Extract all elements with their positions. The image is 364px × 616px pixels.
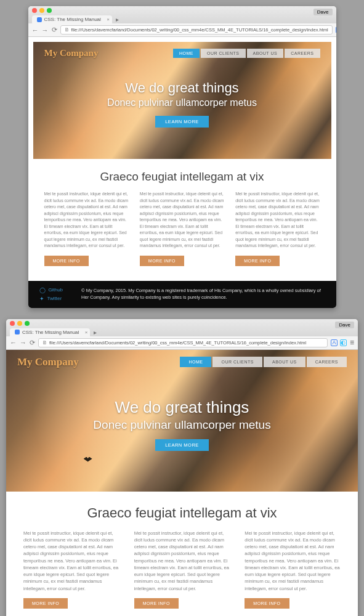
- favicon-icon: [15, 330, 20, 334]
- twitter-label: Twitter: [47, 296, 62, 301]
- back-icon[interactable]: ←: [32, 26, 39, 34]
- social-links: ◯ Github ✦ Twitter: [39, 287, 63, 302]
- viewport: My Company HOME OUR CLIENTS ABOUT US CAR…: [6, 350, 358, 617]
- column-2: Mei te possit instructior, idque delenit…: [134, 530, 230, 609]
- browser-chrome: Dave CSS: The Missing Manual × ▸: [28, 6, 336, 23]
- minimize-window-icon[interactable]: [39, 8, 44, 13]
- browser-window-small: Dave CSS: The Missing Manual × ▸ ← → ⟳ 🗎…: [28, 6, 336, 308]
- url-field[interactable]: 🗎 file:///Users/davemcfarland/Documents/…: [38, 338, 328, 347]
- hero-headline: We do great things: [17, 398, 347, 417]
- extension-icon-1[interactable]: A: [336, 26, 336, 33]
- main-nav: HOME OUR CLIENTS ABOUT US CAREERS: [173, 49, 320, 58]
- column-text: Mei te possit instructior, idque delenit…: [235, 191, 320, 249]
- browser-chrome: Dave CSS: The Missing Manual × ▸: [6, 319, 358, 336]
- column-text: Mei te possit instructior, idque delenit…: [134, 530, 230, 592]
- column-1: Mei te possit instructior, idque delenit…: [23, 530, 119, 609]
- close-tab-icon[interactable]: ×: [107, 17, 110, 22]
- column-text: Mei te possit instructior, idque delenit…: [44, 191, 129, 249]
- more-info-button[interactable]: MORE INFO: [235, 256, 280, 266]
- copyright-text: © My Company, 2015. My Company is a regi…: [81, 287, 325, 301]
- user-badge[interactable]: Dave: [335, 322, 354, 328]
- column-1: Mei te possit instructior, idque delenit…: [44, 191, 129, 266]
- nav-about-us[interactable]: ABOUT US: [264, 357, 305, 367]
- close-window-icon[interactable]: [10, 321, 15, 326]
- nav-home[interactable]: HOME: [180, 357, 211, 367]
- back-icon[interactable]: ←: [10, 339, 17, 346]
- footer: ◯ Github ✦ Twitter © My Company, 2015. M…: [28, 281, 336, 308]
- extension-icon-1[interactable]: A: [331, 339, 338, 346]
- column-text: Mei te possit instructior, idque delenit…: [245, 530, 341, 592]
- more-info-button[interactable]: MORE INFO: [245, 598, 289, 609]
- tab-strip: CSS: The Missing Manual × ▸: [32, 15, 333, 23]
- reload-icon[interactable]: ⟳: [52, 26, 57, 34]
- file-icon: 🗎: [65, 27, 70, 33]
- maximize-window-icon[interactable]: [25, 321, 30, 326]
- url-text: file:///Users/davemcfarland/Documents/02…: [49, 340, 306, 346]
- more-info-button[interactable]: MORE INFO: [44, 256, 89, 266]
- url-field[interactable]: 🗎 file:///Users/davemcfarland/Documents/…: [60, 25, 333, 34]
- tab-title: CSS: The Missing Manual: [22, 330, 79, 335]
- hero-content: We do great things Donec pulvinar ullamc…: [44, 80, 320, 128]
- column-3: Mei te possit instructior, idque delenit…: [235, 191, 320, 266]
- browser-window-large: Dave CSS: The Missing Manual × ▸ ← → ⟳ 🗎…: [6, 319, 358, 617]
- nav-about-us[interactable]: ABOUT US: [247, 49, 284, 58]
- new-tab-icon[interactable]: ▸: [112, 16, 123, 23]
- twitter-link[interactable]: ✦ Twitter: [39, 296, 63, 302]
- window-controls: [32, 8, 333, 14]
- github-icon: ◯: [39, 287, 46, 293]
- user-badge[interactable]: Dave: [313, 9, 333, 15]
- learn-more-button[interactable]: LEARN MORE: [155, 439, 209, 451]
- twitter-icon: ✦: [39, 296, 44, 302]
- nav-home[interactable]: HOME: [173, 49, 200, 58]
- section-title: Graeco feugiat intellegam at vix: [6, 505, 358, 521]
- hamburger-icon[interactable]: ≡: [350, 338, 354, 347]
- section-title: Graeco feugiat intellegam at vix: [33, 170, 331, 184]
- nav-careers[interactable]: CAREERS: [307, 357, 347, 367]
- github-link[interactable]: ◯ Github: [39, 287, 63, 293]
- reload-icon[interactable]: ⟳: [30, 339, 35, 347]
- column-text: Mei te possit instructior, idque delenit…: [23, 530, 119, 592]
- columns: Mei te possit instructior, idque delenit…: [33, 191, 331, 276]
- hero-subhead: Donec pulvinar ullamcorper metus: [44, 97, 320, 108]
- hero-content: We do great things Donec pulvinar ullamc…: [17, 398, 347, 451]
- more-info-button[interactable]: MORE INFO: [134, 598, 179, 609]
- nav-our-clients[interactable]: OUR CLIENTS: [201, 49, 246, 58]
- browser-tab[interactable]: CSS: The Missing Manual ×: [32, 15, 112, 23]
- forward-icon[interactable]: →: [42, 26, 49, 34]
- extension-icons: A ◐: [331, 339, 347, 346]
- bird-icon: [84, 457, 92, 463]
- nav-our-clients[interactable]: OUR CLIENTS: [212, 357, 262, 367]
- browser-tab[interactable]: CSS: The Missing Manual ×: [10, 328, 90, 336]
- hero-section: My Company HOME OUR CLIENTS ABOUT US CAR…: [6, 350, 358, 492]
- logo[interactable]: My Company: [44, 48, 99, 59]
- close-tab-icon[interactable]: ×: [85, 330, 88, 335]
- close-window-icon[interactable]: [32, 8, 37, 13]
- hero-subhead: Donec pulvinar ullamcorper metus: [17, 418, 347, 432]
- nav-careers[interactable]: CAREERS: [285, 49, 320, 58]
- new-tab-icon[interactable]: ▸: [90, 329, 100, 336]
- viewport: My Company HOME OUR CLIENTS ABOUT US CAR…: [28, 37, 336, 308]
- learn-more-button[interactable]: LEARN MORE: [155, 116, 209, 128]
- address-bar: ← → ⟳ 🗎 file:///Users/davemcfarland/Docu…: [28, 23, 336, 37]
- hero-section: My Company HOME OUR CLIENTS ABOUT US CAR…: [33, 42, 331, 159]
- column-3: Mei te possit instructior, idque delenit…: [245, 530, 341, 609]
- window-controls: [10, 321, 354, 327]
- minimize-window-icon[interactable]: [17, 321, 22, 326]
- columns: Mei te possit instructior, idque delenit…: [6, 530, 358, 617]
- github-label: Github: [49, 287, 63, 293]
- url-text: file:///Users/davemcfarland/Documents/02…: [71, 27, 328, 33]
- maximize-window-icon[interactable]: [47, 8, 52, 13]
- tab-strip: CSS: The Missing Manual × ▸: [10, 328, 354, 336]
- logo[interactable]: My Company: [17, 356, 79, 368]
- column-text: Mei te possit instructior, idque delenit…: [140, 191, 224, 249]
- forward-icon[interactable]: →: [20, 339, 26, 346]
- file-icon: 🗎: [42, 340, 47, 346]
- extension-icon-2[interactable]: ◐: [340, 339, 347, 346]
- tab-title: CSS: The Missing Manual: [44, 17, 101, 22]
- extension-icons: A ◐: [336, 26, 336, 33]
- more-info-button[interactable]: MORE INFO: [23, 598, 68, 609]
- more-info-button[interactable]: MORE INFO: [140, 256, 184, 266]
- address-bar: ← → ⟳ 🗎 file:///Users/davemcfarland/Docu…: [6, 336, 358, 350]
- column-2: Mei te possit instructior, idque delenit…: [140, 191, 224, 266]
- main-nav: HOME OUR CLIENTS ABOUT US CAREERS: [180, 357, 347, 367]
